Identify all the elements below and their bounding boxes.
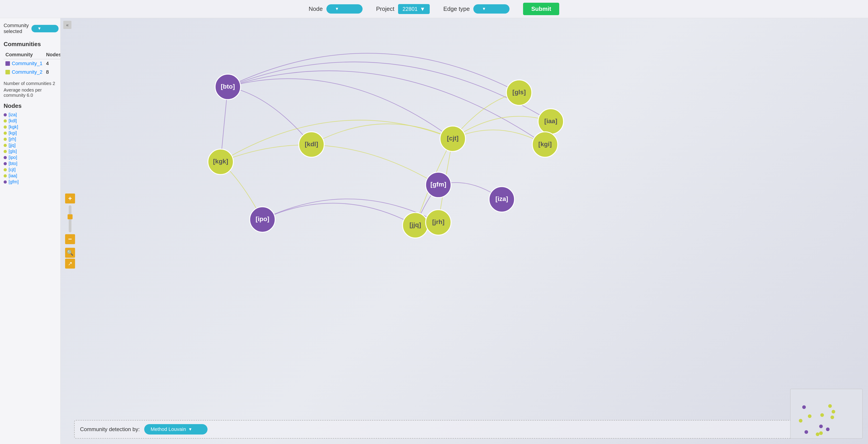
svg-point-3	[820, 413, 824, 417]
community-detection-bar: Community detection by: Method Louvain ▼	[74, 420, 855, 439]
node-dot	[4, 181, 7, 184]
graph-node[interactable]: [jjq]	[403, 213, 428, 238]
communities-title: Communities	[4, 41, 57, 48]
community-row: Community_2 8 19	[4, 68, 61, 76]
project-control: Project 22801 ▼	[376, 4, 430, 14]
graph-node[interactable]: [kgi]	[532, 132, 558, 157]
method-dropdown[interactable]: Method Louvain ▼	[144, 424, 208, 435]
project-dropdown[interactable]: 22801 ▼	[398, 4, 430, 14]
graph-area: « [bto][kgk][kdl][cjt][gls][iaa][kgi][gf…	[61, 18, 868, 444]
node-text: [bto]	[221, 83, 235, 90]
node-label: [gls]	[8, 149, 17, 154]
project-arrow-icon: ▼	[420, 6, 425, 12]
node-dot	[4, 119, 7, 123]
zoom-in-button[interactable]: +	[65, 193, 75, 203]
node-dropdown[interactable]: ▼	[327, 4, 363, 13]
svg-point-4	[828, 404, 832, 408]
project-value: 22801	[403, 6, 418, 12]
node-item[interactable]: [cjt]	[4, 167, 57, 172]
community-selected-row: Community selected ▼	[4, 23, 57, 34]
community-nodes-cell: 4	[44, 59, 61, 68]
community-name-cell: Community_2	[4, 68, 44, 76]
node-text: [iza]	[495, 195, 508, 202]
node-item[interactable]: [kgk]	[4, 124, 57, 130]
search-button[interactable]: 🔍	[65, 248, 75, 258]
community-link[interactable]: Community_2	[12, 69, 42, 75]
node-label: [iza]	[8, 112, 17, 117]
nodes-list: [iza] [kdl] [kgk] [kgi] [jrh] [jjq] [gls…	[4, 112, 57, 185]
node-item[interactable]: [jjq]	[4, 142, 57, 148]
node-text: [ipo]	[256, 216, 270, 222]
num-communities-label: Number of communities	[4, 81, 51, 86]
export-button[interactable]: ↗	[65, 259, 75, 268]
graph-node[interactable]: [kgk]	[208, 149, 233, 175]
node-label: [bto]	[8, 161, 18, 166]
zoom-slider-thumb[interactable]	[68, 214, 72, 219]
method-arrow-icon: ▼	[188, 427, 192, 432]
node-item[interactable]: [gls]	[4, 149, 57, 154]
svg-point-1	[799, 419, 802, 422]
edge	[228, 87, 311, 145]
node-dot	[4, 156, 7, 159]
node-arrow-icon: ▼	[335, 6, 339, 11]
node-label: Node	[309, 5, 323, 12]
sidebar: Community selected ▼ Communities Communi…	[0, 18, 61, 444]
node-control: Node ▼	[309, 4, 363, 13]
graph-node[interactable]: [ipo]	[250, 207, 275, 232]
submit-button[interactable]: Submit	[523, 3, 559, 15]
community-nodes-cell: 8	[44, 68, 61, 76]
svg-point-5	[832, 410, 835, 413]
graph-node[interactable]: [gls]	[506, 80, 532, 105]
node-item[interactable]: [jrh]	[4, 136, 57, 142]
col-nodes: Nodes	[44, 51, 61, 59]
graph-node[interactable]: [jrh]	[426, 210, 451, 235]
node-item[interactable]: [iza]	[4, 112, 57, 117]
col-community: Community	[4, 51, 44, 59]
zoom-slider-track	[69, 205, 71, 232]
node-dot	[4, 125, 7, 129]
node-label: [kdl]	[8, 118, 17, 123]
graph-node[interactable]: [iaa]	[538, 109, 563, 134]
edge-type-label: Edge type	[443, 5, 470, 12]
community-selected-dropdown[interactable]: ▼	[31, 25, 59, 32]
graph-node[interactable]: [bto]	[215, 74, 241, 99]
mini-map	[790, 389, 863, 439]
nodes-title: Nodes	[4, 102, 57, 109]
node-dot	[4, 150, 7, 153]
avg-nodes-label: Average nodes per community	[4, 88, 42, 98]
avg-nodes-value: 6.0	[27, 93, 33, 98]
edge	[221, 120, 453, 162]
community-link[interactable]: Community_1	[12, 61, 42, 66]
svg-point-0	[802, 405, 806, 409]
node-item[interactable]: [gfm]	[4, 179, 57, 185]
num-communities-value: 2	[53, 81, 55, 86]
node-label: [jjq]	[8, 142, 16, 148]
node-item[interactable]: [kdl]	[4, 118, 57, 123]
edge-type-dropdown[interactable]: ▼	[473, 4, 509, 13]
nodes-section: Nodes [iza] [kdl] [kgk] [kgi] [jrh] [jjq…	[4, 102, 57, 185]
node-dot	[4, 174, 7, 178]
graph-node[interactable]: [iza]	[489, 187, 515, 212]
node-dot	[4, 132, 7, 135]
community-selected-arrow-icon: ▼	[37, 26, 41, 31]
node-text: [jjq]	[409, 221, 421, 228]
zoom-controls: + − 🔍 ↗	[65, 193, 75, 268]
node-item[interactable]: [iaa]	[4, 173, 57, 178]
mini-map-svg	[790, 389, 863, 439]
node-item[interactable]: [kgi]	[4, 130, 57, 136]
node-item[interactable]: [ipo]	[4, 155, 57, 160]
graph-node[interactable]: [kdl]	[299, 132, 324, 157]
node-dot	[4, 138, 7, 141]
zoom-in-icon: +	[68, 195, 72, 202]
graph-node[interactable]: [cjt]	[440, 126, 465, 152]
community-name-cell: Community_1	[4, 59, 44, 68]
svg-point-10	[816, 433, 819, 436]
edge	[311, 124, 453, 145]
node-text: [kgi]	[538, 140, 552, 148]
top-bar: Node ▼ Project 22801 ▼ Edge type ▼ Submi…	[0, 0, 868, 18]
edge	[262, 203, 415, 225]
node-item[interactable]: [bto]	[4, 161, 57, 166]
graph-node[interactable]: [gfm]	[426, 172, 451, 198]
communities-table: Community Nodes Edges Community_1 4 5 Co…	[4, 51, 61, 76]
zoom-out-button[interactable]: −	[65, 234, 75, 244]
